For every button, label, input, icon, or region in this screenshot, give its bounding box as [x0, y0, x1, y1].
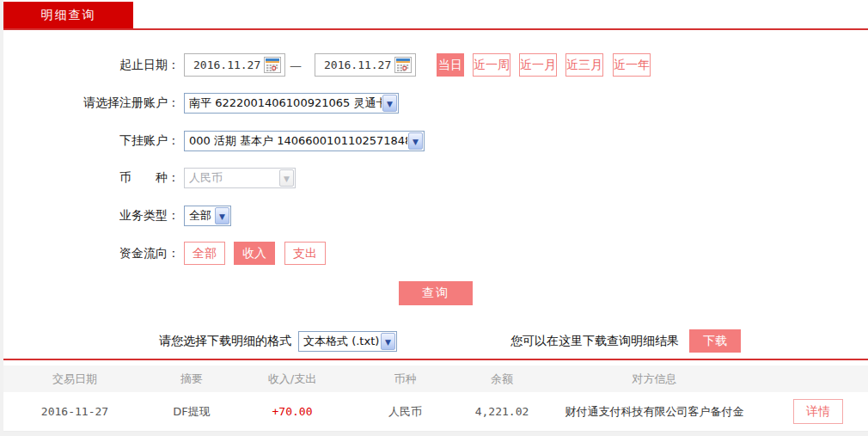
header-summary: 摘要 [146, 372, 237, 387]
sub-account-label: 下挂账户： [3, 133, 180, 149]
sub-account-value: 000 活期 基本户 1406600101102571848 [189, 133, 407, 149]
quick-range-today-button[interactable]: 当日 [437, 53, 464, 77]
detail-query-panel: 明细查询 起止日期： 2016.11.27 [3, 0, 868, 432]
download-format-label: 请您选择下载明细的格式 [159, 334, 291, 349]
fund-flow-income-button[interactable]: 收入 [234, 242, 275, 265]
download-row: 请您选择下载明细的格式 文本格式 (.txt) ▼ 您可以在这里下载查询明细结果… [3, 329, 868, 353]
register-account-value: 南平 6222001406100921065 灵通卡 [189, 95, 382, 111]
business-type-select[interactable]: 全部 ▼ [184, 206, 231, 226]
results-table: 交易日期 摘要 收入/支出 币种 余额 对方信息 2016-11-27 DF提现… [3, 365, 868, 432]
chevron-down-icon[interactable]: ▼ [381, 333, 395, 350]
cell-date: 2016-11-27 [3, 405, 146, 418]
fund-flow-all-button[interactable]: 全部 [184, 242, 225, 265]
download-format-value: 文本格式 (.txt) [303, 334, 380, 349]
chevron-down-icon[interactable]: ▼ [408, 132, 423, 150]
query-button[interactable]: 查询 [399, 281, 473, 305]
calendar-icon[interactable] [394, 57, 412, 73]
end-date-input[interactable]: 2016.11.27 [315, 53, 416, 77]
quick-range-3months-button[interactable]: 近三月 [565, 53, 603, 77]
calendar-icon[interactable] [264, 57, 281, 73]
date-range-separator: — [290, 58, 302, 72]
business-type-label: 业务类型： [3, 208, 180, 224]
download-format-select[interactable]: 文本格式 (.txt) ▼ [298, 331, 397, 352]
chevron-down-icon: ▼ [279, 169, 294, 187]
cell-balance: 4,221.02 [463, 405, 541, 418]
detail-button[interactable]: 详情 [793, 399, 843, 424]
register-account-label: 请选择注册账户： [3, 95, 180, 111]
quick-range-year-button[interactable]: 近一年 [613, 53, 651, 77]
query-form: 起止日期： 2016.11.27 — 2016.11.27 [3, 30, 868, 353]
start-date-input[interactable]: 2016.11.27 [184, 53, 285, 77]
download-button[interactable]: 下载 [689, 329, 741, 353]
register-account-row: 请选择注册账户： 南平 6222001406100921065 灵通卡 ▼ [3, 91, 868, 114]
header-balance: 余额 [463, 372, 541, 387]
sub-account-row: 下挂账户： 000 活期 基本户 1406600101102571848 ▼ [3, 129, 868, 152]
currency-label: 币 种： [3, 170, 180, 186]
date-range-row: 起止日期： 2016.11.27 — 2016.11.27 [3, 53, 868, 77]
header-currency: 币种 [347, 372, 463, 387]
business-type-row: 业务类型： 全部 ▼ [3, 204, 868, 227]
chevron-down-icon[interactable]: ▼ [215, 207, 229, 224]
cell-currency: 人民币 [347, 404, 463, 420]
header-date: 交易日期 [3, 372, 146, 387]
start-date-value: 2016.11.27 [193, 58, 264, 71]
fund-flow-row: 资金流向： 全部 收入 支出 [3, 242, 868, 265]
cell-amount: +70.00 [237, 405, 347, 418]
sub-account-select[interactable]: 000 活期 基本户 1406600101102571848 ▼ [184, 131, 425, 151]
register-account-select[interactable]: 南平 6222001406100921065 灵通卡 ▼ [184, 93, 399, 114]
download-hint: 您可以在这里下载查询明细结果 [510, 334, 679, 349]
chevron-down-icon[interactable]: ▼ [382, 95, 397, 112]
cell-summary: DF提现 [146, 404, 237, 420]
currency-value: 人民币 [189, 170, 278, 186]
header-in-out: 收入/支出 [237, 372, 347, 387]
header-counterparty: 对方信息 [541, 372, 768, 387]
quick-range-month-button[interactable]: 近一月 [519, 53, 557, 77]
tab-bar: 明细查询 [3, 0, 868, 28]
query-row: 查询 [3, 281, 868, 305]
table-header-row: 交易日期 摘要 收入/支出 币种 余额 对方信息 [3, 365, 868, 392]
fund-flow-expense-button[interactable]: 支出 [284, 242, 326, 265]
end-date-value: 2016.11.27 [324, 58, 394, 71]
fund-flow-label: 资金流向： [3, 246, 180, 261]
date-range-label: 起止日期： [3, 58, 180, 73]
currency-select: 人民币 ▼ [184, 168, 296, 188]
table-divider [3, 359, 868, 360]
currency-row: 币 种： 人民币 ▼ [3, 166, 868, 189]
table-row: 2016-11-27 DF提现 +70.00 人民币 4,221.02 财付通支… [3, 392, 868, 432]
quick-range-week-button[interactable]: 近一周 [473, 53, 510, 77]
cell-counterparty: 财付通支付科技有限公司客户备付金 [541, 404, 768, 420]
tab-detail-query[interactable]: 明细查询 [3, 2, 133, 28]
business-type-value: 全部 [189, 208, 214, 224]
